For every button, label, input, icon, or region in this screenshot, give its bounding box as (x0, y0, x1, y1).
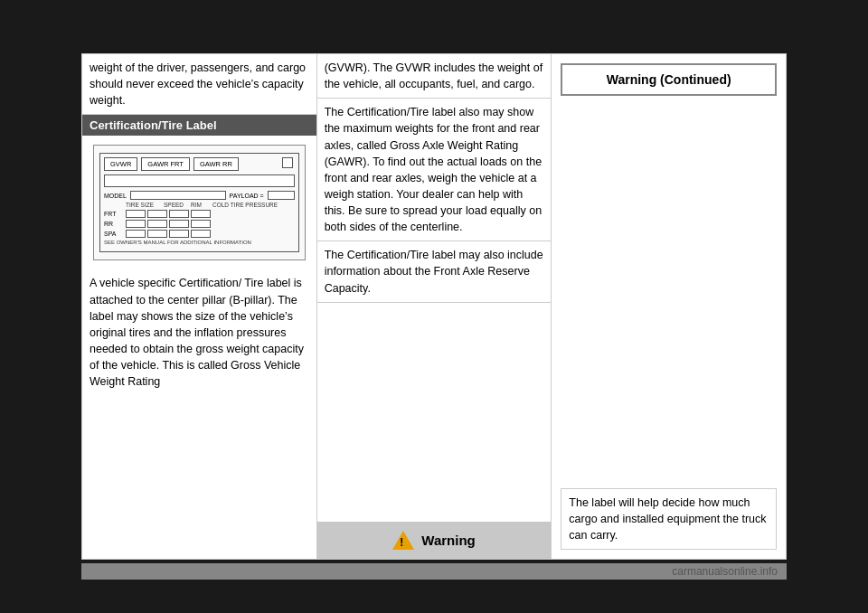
left-text-2: A vehicle specific Certification/ Tire l… (82, 269, 316, 395)
tire-frt-rr-section: FRT RR (104, 210, 295, 238)
page-container: weight of the driver, passengers, and ca… (81, 53, 787, 560)
section-header-certification: Certification/Tire Label (82, 115, 316, 136)
model-row: MODEL PAYLOAD = (104, 191, 295, 200)
warning-box: Warning (317, 522, 552, 559)
gawr-frt-box: GAWR FRT (141, 157, 190, 171)
spa-row: SPA (104, 230, 295, 238)
warning-triangle-icon (392, 531, 414, 550)
left-text-2-content: A vehicle specific Certification/ Tire l… (90, 277, 304, 388)
mid-text-1: (GVWR). The GVWR includes the weight of … (317, 54, 552, 99)
model-input (130, 191, 226, 200)
middle-column: (GVWR). The GVWR includes the weight of … (317, 53, 552, 560)
frt-row: FRT (104, 210, 295, 218)
right-text-1: The label will help decide how much carg… (561, 488, 777, 550)
rr-row: RR (104, 220, 295, 228)
left-text-1: weight of the driver, passengers, and ca… (82, 54, 316, 115)
tire-size-header: TIRE SIZE SPEED RIM COLD TIRE PRESSURE (104, 202, 295, 208)
warning-continued-header: Warning (Continued) (561, 63, 777, 96)
corner-box (282, 157, 293, 168)
right-spacer (552, 96, 786, 479)
left-text-1-content: weight of the driver, passengers, and ca… (90, 61, 306, 107)
gawr-rr-box: GAWR RR (193, 157, 239, 171)
left-column: weight of the driver, passengers, and ca… (81, 53, 317, 560)
right-column: Warning (Continued) The label will help … (552, 53, 787, 560)
watermark: carmanualsonline.info (81, 563, 787, 580)
tire-label-diagram: GVWR GAWR FRT GAWR RR MODEL PAYLOAD = (93, 145, 306, 260)
mid-text-3: The Certification/Tire label may also in… (317, 241, 552, 302)
mid-text-2: The Certification/Tire label also may sh… (317, 99, 552, 241)
gvwr-box: GVWR (104, 157, 137, 171)
tire-row1: GVWR GAWR FRT GAWR RR (104, 157, 295, 171)
long-bar (104, 174, 295, 187)
owner-manual-line: SEE OWNER'S MANUAL FOR ADDITIONAL INFORM… (104, 240, 295, 245)
warning-label: Warning (421, 533, 475, 548)
payload-input (268, 191, 295, 200)
tire-label-inner: GVWR GAWR FRT GAWR RR MODEL PAYLOAD = (99, 153, 299, 252)
page-wrapper: weight of the driver, passengers, and ca… (81, 53, 787, 560)
